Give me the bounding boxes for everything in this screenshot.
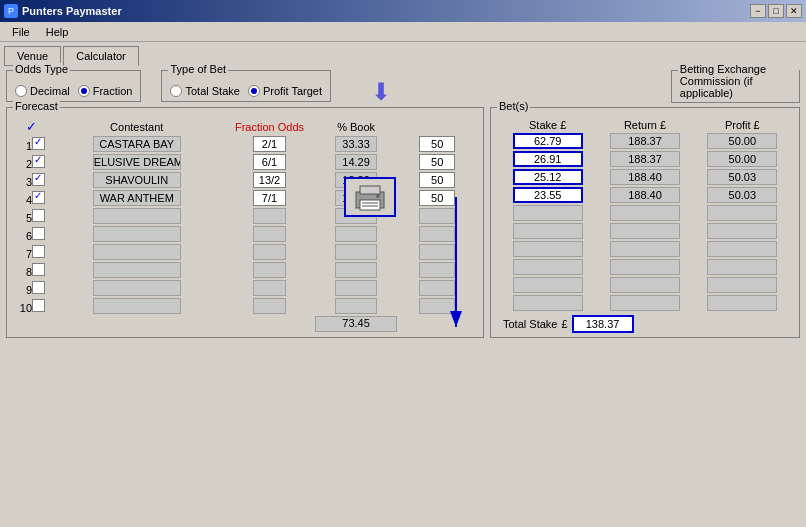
odds-input[interactable] [253, 226, 286, 242]
contestant-input[interactable] [93, 190, 181, 206]
forecast-row: 2 [15, 153, 475, 171]
odds-input[interactable] [253, 298, 286, 314]
bets-row [499, 294, 791, 312]
row-checkbox[interactable] [32, 227, 45, 240]
stake-input[interactable] [513, 277, 583, 293]
bets-row [499, 258, 791, 276]
forecast-row: 3 [15, 171, 475, 189]
odds-input[interactable] [253, 136, 286, 152]
decimal-radio[interactable]: Decimal [15, 85, 70, 97]
row-checkbox[interactable] [32, 173, 45, 186]
stake-input[interactable] [513, 205, 583, 221]
return-input [610, 277, 680, 293]
row-number: 9 [15, 279, 47, 297]
return-input [610, 295, 680, 311]
odds-input[interactable] [253, 208, 286, 224]
row-checkbox[interactable] [32, 263, 45, 276]
profit-target-radio[interactable]: Profit Target [248, 85, 322, 97]
odds-input[interactable] [253, 244, 286, 260]
row-number: 1 [15, 135, 47, 153]
close-button[interactable]: ✕ [786, 4, 802, 18]
total-stake-currency: £ [561, 318, 567, 330]
return-col-header: Return £ [596, 118, 693, 132]
return-input [610, 187, 680, 203]
contestant-input[interactable] [93, 244, 181, 260]
profit-input[interactable] [419, 136, 455, 152]
profit-output-input [707, 133, 777, 149]
profit-output-input [707, 169, 777, 185]
odds-input[interactable] [253, 262, 286, 278]
minimize-button[interactable]: − [750, 4, 766, 18]
contestant-input[interactable] [93, 154, 181, 170]
forecast-box: Forecast ✓ Contestant Fraction Odds % Bo… [6, 107, 484, 338]
odds-input[interactable] [253, 190, 286, 206]
row-checkbox[interactable] [32, 209, 45, 222]
tab-calculator[interactable]: Calculator [63, 46, 139, 66]
return-input [610, 169, 680, 185]
stake-input[interactable] [513, 223, 583, 239]
stake-input[interactable] [513, 133, 583, 149]
decimal-radio-btn[interactable] [15, 85, 27, 97]
row-checkbox[interactable] [32, 299, 45, 312]
profit-target-radio-btn[interactable] [248, 85, 260, 97]
stake-input[interactable] [513, 241, 583, 257]
row-number: 2 [15, 153, 47, 171]
forecast-row: 9 [15, 279, 475, 297]
fraction-radio[interactable]: Fraction [78, 85, 133, 97]
odds-input[interactable] [253, 280, 286, 296]
contestant-input[interactable] [93, 298, 181, 314]
total-stake-radio-btn[interactable] [170, 85, 182, 97]
total-stake-radio[interactable]: Total Stake [170, 85, 239, 97]
contestant-input[interactable] [93, 226, 181, 242]
bets-label: Bet(s) [497, 100, 530, 112]
profit-input[interactable] [419, 298, 455, 314]
profit-output-input [707, 259, 777, 275]
contestant-input[interactable] [93, 280, 181, 296]
stake-input[interactable] [513, 169, 583, 185]
return-input [610, 259, 680, 275]
main-content: Odds Type Decimal Fraction Type of Bet T… [0, 66, 806, 342]
row-checkbox[interactable] [32, 245, 45, 258]
stake-input[interactable] [513, 151, 583, 167]
fraction-radio-btn[interactable] [78, 85, 90, 97]
title-bar: P Punters Paymaster − □ ✕ [0, 0, 806, 22]
printer-icon[interactable] [344, 177, 396, 217]
row-checkbox[interactable] [32, 137, 45, 150]
help-menu[interactable]: Help [38, 24, 77, 40]
maximize-button[interactable]: □ [768, 4, 784, 18]
bet-type-group: Type of Bet Total Stake Profit Target [161, 70, 331, 102]
row-number: 3 [15, 171, 47, 189]
profit-input[interactable] [419, 244, 455, 260]
total-stake-label: Total Stake [503, 318, 557, 330]
row-number: 10 [15, 297, 47, 315]
row-checkbox[interactable] [32, 281, 45, 294]
contestant-input[interactable] [93, 262, 181, 278]
stake-input[interactable] [513, 259, 583, 275]
total-stake-input[interactable] [572, 315, 634, 333]
odds-type-group: Odds Type Decimal Fraction [6, 70, 141, 102]
profit-input[interactable] [419, 190, 455, 206]
bet-type-label: Type of Bet [168, 63, 228, 75]
file-menu[interactable]: File [4, 24, 38, 40]
odds-input[interactable] [253, 172, 286, 188]
forecast-row: 7 [15, 243, 475, 261]
profit-input[interactable] [419, 226, 455, 242]
total-stake-row: Total Stake £ [499, 315, 791, 333]
row-checkbox[interactable] [32, 191, 45, 204]
profit-input[interactable] [419, 172, 455, 188]
stake-input[interactable] [513, 295, 583, 311]
odds-input[interactable] [253, 154, 286, 170]
bets-row [499, 222, 791, 240]
stake-input[interactable] [513, 187, 583, 203]
contestant-input[interactable] [93, 208, 181, 224]
row-number: 5 [15, 207, 47, 225]
profit-input[interactable] [419, 262, 455, 278]
contestant-input[interactable] [93, 136, 181, 152]
contestant-input[interactable] [93, 172, 181, 188]
profit-input[interactable] [419, 154, 455, 170]
row-checkbox[interactable] [32, 155, 45, 168]
svg-rect-4 [362, 205, 378, 207]
profit-input[interactable] [419, 280, 455, 296]
profit-input[interactable] [419, 208, 455, 224]
profit-output-input [707, 187, 777, 203]
